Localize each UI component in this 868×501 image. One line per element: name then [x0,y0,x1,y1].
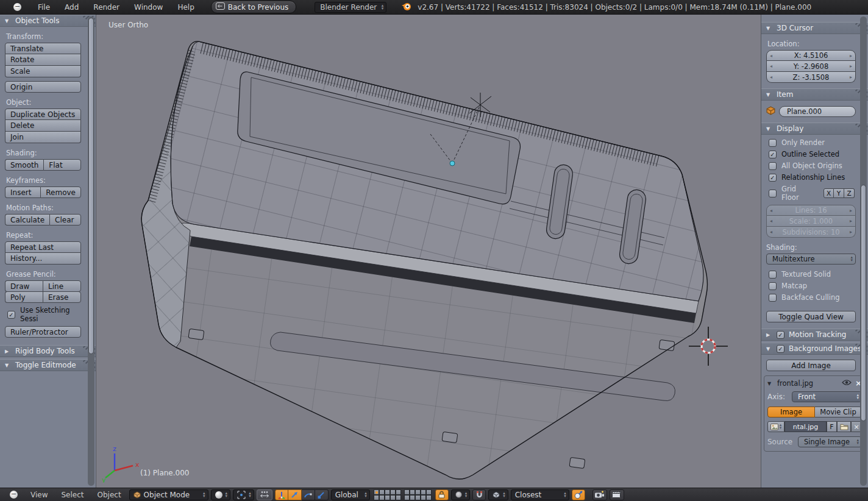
panel-header-3d-cursor[interactable]: ▼ 3D Cursor [761,22,868,34]
translate-manipulator-button[interactable] [288,489,302,500]
grid-axis-x-button[interactable]: X [824,188,834,198]
layer-cell[interactable] [379,489,385,495]
menu-add[interactable]: Add [58,0,85,15]
repeat-last-button[interactable]: Repeat Last [5,241,81,253]
layer-cell[interactable] [374,495,379,500]
layer-cell[interactable] [379,495,385,500]
delete-button[interactable]: Delete [5,120,81,132]
layer-cell[interactable] [396,495,401,500]
render-engine-select[interactable]: Blender Render ▴▾ [315,2,386,13]
eye-icon[interactable] [842,379,852,388]
collapse-menu-icon[interactable]: − [10,491,18,499]
scrollbar-thumb[interactable] [861,185,866,421]
shading-mode-dropdown[interactable]: Multitexture ▴▾ [766,254,856,265]
back-to-previous-button[interactable]: Back to Previous [211,1,297,13]
duplicate-objects-button[interactable]: Duplicate Objects [5,108,81,120]
origin-button[interactable]: Origin [5,81,81,93]
menu-select[interactable]: Select [54,491,90,499]
panel-header-background-images[interactable]: ▼ ✓ Background Images [761,343,868,355]
scene-lock-button[interactable] [435,489,449,500]
use-sketching-checkbox[interactable]: ✓ [7,311,15,319]
panel-header-item[interactable]: ▼ Item [761,88,868,101]
panel-header-rigid-body-tools[interactable]: ▶ Rigid Body Tools [0,345,96,357]
rotate-manipulator-button[interactable] [302,489,315,500]
layer-cell[interactable] [390,495,396,500]
history-button[interactable]: History... [5,253,81,265]
outline-selected-checkbox[interactable]: ✓ [769,151,777,158]
all-object-origins-checkbox[interactable] [769,162,777,170]
layer-cell[interactable] [415,495,421,500]
background-images-checkbox[interactable]: ✓ [777,345,784,353]
cursor-z-field[interactable]: Z: -3.1508 [766,72,856,83]
menu-file[interactable]: File [31,0,57,15]
layer-cell[interactable] [426,495,432,500]
axis-dropdown[interactable]: Front ▴▾ [792,391,862,402]
grid-axis-z-button[interactable]: Z [844,188,855,198]
item-name-field[interactable]: Plane.000 [779,106,856,117]
panel-header-motion-tracking[interactable]: ▶ ✓ Motion Tracking [761,329,868,341]
layer-cell[interactable] [385,489,390,495]
manipulate-centers-button[interactable] [257,489,272,500]
ruler-protractor-button[interactable]: Ruler/Protractor [5,326,81,338]
clear-paths-button[interactable]: Clear [49,214,81,226]
pivot-point-dropdown[interactable]: ▴▾ [233,489,254,500]
menu-window[interactable]: Window [127,0,169,15]
toggle-quad-view-button[interactable]: Toggle Quad View [766,311,856,322]
snap-toggle-button[interactable] [472,489,486,500]
properties-scrollbar[interactable] [860,16,867,486]
layer-cell[interactable] [374,489,379,495]
matcap-checkbox[interactable] [769,282,777,290]
image-browse-button[interactable]: ▴▾ [767,421,784,432]
insert-keyframe-button[interactable]: Insert [5,187,40,198]
smooth-button[interactable]: Smooth [5,159,43,171]
layer-cell[interactable] [390,489,396,495]
gp-draw-button[interactable]: Draw [5,280,43,292]
layer-cell[interactable] [404,495,410,500]
wireframe-mesh-object[interactable] [96,15,761,488]
relationship-lines-checkbox[interactable]: ✓ [769,174,777,182]
join-button[interactable]: Join [5,132,81,143]
panel-header-toggle-editmode[interactable]: ▼ Toggle Editmode [0,359,96,371]
menu-object[interactable]: Object [91,491,128,499]
scale-button[interactable]: Scale [5,66,81,77]
only-render-checkbox[interactable] [769,139,777,147]
motion-tracking-checkbox[interactable]: ✓ [777,331,784,339]
layer-cell[interactable] [415,489,421,495]
gp-erase-button[interactable]: Erase [43,291,81,303]
snap-element-dropdown[interactable]: ▴▾ [488,489,508,500]
proportional-edit-dropdown[interactable]: ▴▾ [451,489,471,500]
bg-image-name[interactable]: frontal.jpg [777,379,838,388]
cursor-x-field[interactable]: X: 4.5106 [766,50,856,61]
gp-poly-button[interactable]: Poly [5,291,43,303]
layer-cell[interactable] [421,489,426,495]
source-dropdown[interactable]: Single Image ▴▾ [798,436,862,447]
scrollbar-thumb[interactable] [88,18,94,354]
grid-axis-y-button[interactable]: Y [834,188,844,198]
fake-user-button[interactable]: F [827,421,837,432]
layer-cell[interactable] [404,489,410,495]
panel-header-display[interactable]: ▼ Display [761,123,868,135]
cursor-y-field[interactable]: Y: -2.9608 [766,61,856,72]
3d-viewport[interactable]: User Ortho (1) Plane.000 z x y [96,15,761,488]
chevron-down-icon[interactable]: ▼ [767,381,774,386]
scale-manipulator-button[interactable] [315,489,329,500]
orientation-dropdown[interactable]: Global ▴▾ [331,489,370,500]
textured-solid-checkbox[interactable] [769,271,777,279]
render-still-button[interactable] [592,489,607,500]
layer-cell[interactable] [385,495,390,500]
grid-floor-checkbox[interactable] [769,190,777,197]
layer-cell[interactable] [421,495,426,500]
mode-dropdown[interactable]: Object Mode ▴▾ [129,489,208,500]
calculate-paths-button[interactable]: Calculate [5,214,49,226]
manipulator-toggle-button[interactable] [275,489,288,500]
viewport-shading-dropdown[interactable]: ▴▾ [211,489,231,500]
layer-cell[interactable] [410,495,415,500]
render-animation-button[interactable] [610,489,624,500]
menu-render[interactable]: Render [87,0,126,15]
translate-button[interactable]: Translate [5,43,81,54]
tab-movie-clip[interactable]: Movie Clip [815,407,862,418]
gp-line-button[interactable]: Line [43,280,81,292]
datablock-name-field[interactable]: ntal.jpg [784,421,827,432]
open-file-button[interactable] [837,421,851,432]
menu-view[interactable]: View [24,491,54,499]
